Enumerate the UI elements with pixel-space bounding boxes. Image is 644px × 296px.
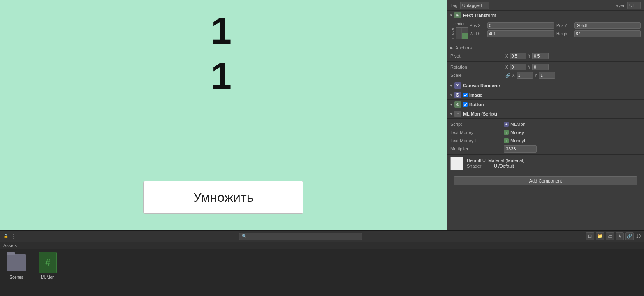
anchors-label: Anchors [455, 45, 509, 50]
posx-input[interactable] [487, 22, 554, 29]
canvas-renderer-header[interactable]: ▼ 👁 Canvas Renderer [447, 81, 644, 90]
more-icon[interactable]: ⋮ [11, 234, 16, 239]
rt-fields: Pos X Pos Y Width Height [470, 22, 641, 37]
tag-btn[interactable]: 🏷 [606, 232, 614, 240]
rt-anchor-panel: center middle [450, 22, 468, 39]
width-label: Width [470, 32, 486, 36]
assets-toolbar: 🔒 ⋮ 🔍 ⊞ 📁 🏷 ★ 🔗 10 [0, 231, 644, 242]
search-box[interactable]: 🔍 [239, 233, 362, 240]
image-checkbox[interactable] [463, 93, 468, 97]
button-icon: ⊙ [454, 101, 461, 108]
scenes-icon [6, 252, 27, 273]
shader-value: UI/Default [494, 164, 514, 169]
mlmon-script-fields: Script ◈ MLMon Text Money T Money Text M… [447, 119, 644, 155]
multiplier-label: Multiplier [450, 146, 504, 151]
button-header[interactable]: ▼ ⊙ Button [447, 100, 644, 109]
button-checkbox[interactable] [463, 102, 468, 107]
anchors-arrow: ▶ [450, 46, 453, 50]
mlmon-arrow: ▼ [449, 112, 453, 116]
mlmon-asset-label: MLMon [41, 275, 54, 280]
multiplier-row: Multiplier [450, 145, 641, 153]
rotation-row: Rotation X Y [450, 63, 641, 71]
asset-count: 10 [636, 234, 641, 238]
rect-transform-icon: ⊞ [454, 12, 461, 18]
script-file-graphic: # [39, 252, 57, 273]
more-btn[interactable]: 🔗 [625, 232, 634, 240]
mlmon-title: ML Mon (Script) [463, 111, 497, 116]
width-input[interactable] [487, 30, 554, 37]
posy-label: Pos Y [556, 23, 573, 28]
anchors-row: ▶ Anchors [450, 44, 641, 52]
text-money-e-value[interactable]: T MoneyE [504, 138, 641, 143]
text-money-value[interactable]: T Money [504, 130, 641, 135]
asset-item-mlmon[interactable]: # MLMon [35, 252, 61, 293]
rotation-y-input[interactable] [532, 64, 549, 70]
add-component-button[interactable]: Add Component [454, 176, 637, 185]
material-preview [450, 157, 463, 170]
rotation-label: Rotation [450, 65, 504, 69]
posy-input[interactable] [574, 22, 641, 29]
pivot-x-input[interactable] [510, 53, 526, 59]
script-field-label: Script [450, 122, 504, 127]
game-viewport: 1 1 Умножить [0, 0, 447, 230]
pivot-row: Pivot X Y [450, 52, 641, 60]
rect-transform-arrow: ▼ [449, 14, 453, 17]
script-ref-icon: ◈ [504, 122, 509, 127]
search-icon: 🔍 [242, 234, 247, 238]
height-input[interactable] [574, 30, 641, 37]
layer-dropdown[interactable]: UI [627, 2, 641, 9]
scale-y-input[interactable] [539, 72, 555, 79]
image-title: Image [469, 92, 482, 97]
star-btn[interactable]: ★ [616, 232, 624, 240]
scale-xy: 🔗 X Y [505, 72, 641, 79]
multiplier-input[interactable] [504, 145, 537, 153]
folder-btn[interactable]: 📁 [596, 232, 604, 240]
rotation-x-input[interactable] [510, 64, 526, 70]
rect-transform-body: center middle Pos X [447, 20, 644, 42]
rotation-section: Rotation X Y Scale 🔗 X Y [447, 62, 644, 81]
assets-content: Scenes # MLMon [0, 249, 644, 296]
material-info: Default UI Material (Material) Shader UI… [467, 158, 641, 169]
canvas-renderer-arrow: ▼ [449, 84, 453, 88]
text-money-e-label: Text Money E [450, 138, 504, 143]
multiply-button[interactable]: Умножить [143, 181, 303, 214]
rotation-xy: X Y [505, 64, 641, 70]
tag-layer-row: Tag Untagged Layer UI [447, 0, 644, 11]
bottom-panel: 🔒 ⋮ 🔍 ⊞ 📁 🏷 ★ 🔗 10 Assets Scenes # [0, 230, 644, 296]
text-money-row: Text Money T Money [450, 128, 641, 136]
image-header[interactable]: ▼ 🖼 Image [447, 90, 644, 100]
pivot-y-input[interactable] [532, 53, 549, 59]
script-row: Script ◈ MLMon [450, 120, 641, 128]
layer-label: Layer [613, 3, 625, 8]
middle-label: middle [450, 27, 454, 39]
number-top: 1 [211, 12, 232, 49]
anchor-selector[interactable] [456, 27, 468, 39]
text-money-ref-icon: T [504, 130, 509, 135]
image-icon: 🖼 [454, 92, 461, 98]
shader-label: Shader [467, 164, 491, 169]
material-name: Default UI Material (Material) [467, 158, 641, 163]
number-bottom: 1 [211, 58, 232, 95]
scale-x-input[interactable] [517, 72, 533, 79]
pivot-xy: X Y [505, 53, 641, 59]
tag-dropdown[interactable]: Untagged [460, 2, 489, 9]
script-field-value[interactable]: ◈ MLMon [504, 122, 641, 127]
center-label: center [454, 22, 465, 26]
material-section: Default UI Material (Material) Shader UI… [447, 155, 644, 173]
view-toggle-btn[interactable]: ⊞ [586, 232, 594, 240]
text-money-label: Text Money [450, 130, 504, 135]
anchors-section: ▶ Anchors Pivot X Y [447, 42, 644, 62]
mlmon-icon: # [454, 111, 461, 117]
asset-item-scenes[interactable]: Scenes [3, 252, 30, 293]
inspector-panel: Tag Untagged Layer UI ▼ ⊞ Rect Transform… [447, 0, 644, 230]
mlmon-asset-icon: # [37, 252, 58, 273]
assets-label-row: Assets [0, 242, 644, 249]
button-title: Button [469, 102, 484, 107]
link-icon: 🔗 [505, 73, 510, 78]
rect-transform-header[interactable]: ▼ ⊞ Rect Transform [447, 11, 644, 20]
text-money-e-row: Text Money E T MoneyE [450, 136, 641, 145]
folder-graphic [7, 254, 26, 271]
lock-icon[interactable]: 🔒 [3, 234, 8, 238]
mlmon-script-header[interactable]: ▼ # ML Mon (Script) [447, 109, 644, 119]
search-input[interactable] [248, 234, 359, 238]
